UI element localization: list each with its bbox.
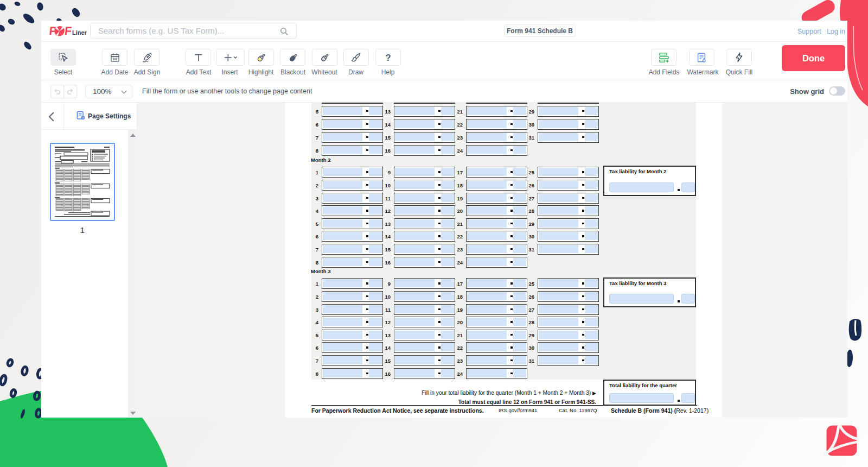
svg-text:Liner: Liner (72, 29, 87, 36)
svg-text:F: F (64, 25, 72, 37)
svg-text:?: ? (386, 52, 391, 62)
